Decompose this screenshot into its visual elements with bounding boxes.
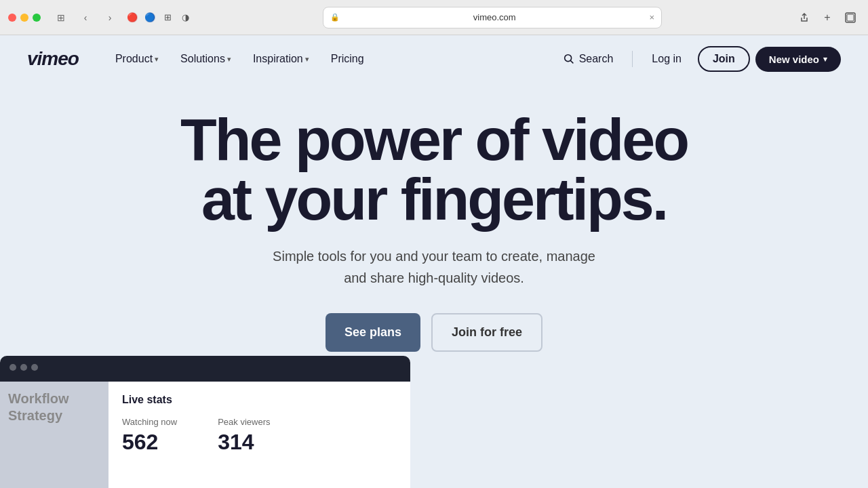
search-label: Search	[579, 53, 614, 65]
nav-product[interactable]: Product ▾	[106, 47, 168, 70]
watching-now-stat: Watching now 562	[122, 417, 177, 455]
nav-inspiration-label: Inspiration	[253, 53, 303, 65]
nav-product-label: Product	[115, 53, 153, 65]
see-plans-button[interactable]: See plans	[326, 313, 420, 352]
product-chevron-icon: ▾	[155, 55, 159, 64]
watching-now-label: Watching now	[122, 417, 177, 427]
login-label: Log in	[652, 53, 682, 64]
nav-right: Search Log in Join New video ▾	[552, 46, 841, 72]
fullscreen-traffic-light[interactable]	[33, 14, 41, 22]
join-button[interactable]: Join	[698, 46, 750, 72]
browser-chrome: ⊞ ‹ › 🔴 🔵 ⊞ ◑ 🔒 vimeo.com × +	[0, 0, 868, 35]
dashboard-sidebar-thumbnail: Workflow Strategy	[0, 382, 110, 488]
browser-extension-icons: 🔴 🔵 ⊞ ◑	[125, 10, 193, 25]
nav-links: Product ▾ Solutions ▾ Inspiration ▾ Pric…	[106, 47, 552, 70]
new-tab-icon[interactable]: +	[818, 8, 837, 27]
nav-solutions[interactable]: Solutions ▾	[171, 47, 241, 70]
hero-section: The power of video at your fingertips. S…	[0, 83, 868, 372]
search-icon	[563, 53, 575, 65]
dashboard-titlebar	[0, 356, 410, 382]
close-traffic-light[interactable]	[8, 14, 16, 22]
peak-viewers-label: Peak viewers	[218, 417, 270, 427]
inspiration-chevron-icon: ▾	[305, 55, 309, 64]
nav-pricing-label: Pricing	[331, 53, 364, 65]
dashboard-preview: Workflow Strategy Live stats Watching no…	[0, 356, 410, 488]
nav-inspiration[interactable]: Inspiration ▾	[243, 47, 319, 70]
join-free-button[interactable]: Join for free	[431, 313, 542, 352]
page: vimeo Product ▾ Solutions ▾ Inspiration …	[0, 35, 868, 488]
thumbnail-text-1: Workflow	[0, 382, 110, 407]
nav-pricing[interactable]: Pricing	[321, 47, 374, 70]
logo[interactable]: vimeo	[27, 48, 79, 70]
traffic-lights	[8, 14, 41, 22]
new-video-button[interactable]: New video ▾	[755, 47, 841, 72]
nav-divider	[632, 51, 633, 67]
extension-icon-4[interactable]: ◑	[178, 10, 193, 25]
titlebar-dot-3	[31, 364, 38, 371]
share-icon[interactable]	[795, 8, 814, 27]
search-button[interactable]: Search	[552, 47, 625, 70]
extension-icon-3[interactable]: ⊞	[160, 10, 175, 25]
hero-title-line2: at your fingertips.	[201, 165, 667, 232]
hero-title-line1: The power of video	[180, 106, 688, 173]
stats-row: Watching now 562 Peak viewers 314	[122, 417, 397, 455]
live-stats-title: Live stats	[122, 394, 397, 406]
titlebar-dot-2	[20, 364, 27, 371]
join-free-label: Join for free	[452, 325, 522, 339]
nav-solutions-label: Solutions	[180, 53, 225, 65]
dashboard-stats-panel: Live stats Watching now 562 Peak viewers…	[108, 382, 410, 488]
titlebar-dots	[0, 356, 410, 379]
url-text: vimeo.com	[344, 12, 645, 22]
peak-viewers-value: 314	[218, 430, 270, 455]
hero-subtitle: Simple tools for you and your team to cr…	[27, 245, 841, 289]
tabs-icon[interactable]	[841, 8, 860, 27]
browser-actions: +	[795, 8, 860, 27]
logo-text: vimeo	[27, 48, 79, 69]
login-button[interactable]: Log in	[641, 47, 692, 70]
svg-point-2	[564, 55, 571, 62]
minimize-traffic-light[interactable]	[20, 14, 28, 22]
peak-viewers-stat: Peak viewers 314	[218, 417, 270, 455]
svg-rect-1	[847, 14, 854, 21]
extension-icon-1[interactable]: 🔴	[125, 10, 140, 25]
thumbnail-text-2: Strategy	[0, 407, 110, 425]
close-tab-icon[interactable]: ×	[649, 12, 654, 22]
navbar: vimeo Product ▾ Solutions ▾ Inspiration …	[0, 35, 868, 83]
lock-icon: 🔒	[330, 13, 340, 22]
new-video-chevron-icon: ▾	[823, 55, 827, 64]
titlebar-dot-1	[9, 364, 16, 371]
hero-subtitle-line1: Simple tools for you and your team to cr…	[273, 249, 595, 264]
join-label: Join	[713, 53, 735, 64]
hero-buttons: See plans Join for free	[27, 313, 841, 352]
solutions-chevron-icon: ▾	[227, 55, 231, 64]
extension-icon-2[interactable]: 🔵	[142, 10, 157, 25]
hero-subtitle-line2: and share high-quality videos.	[344, 270, 524, 285]
back-button[interactable]: ‹	[76, 8, 95, 27]
watching-now-value: 562	[122, 430, 177, 455]
new-video-label: New video	[769, 54, 819, 65]
see-plans-label: See plans	[344, 325, 401, 339]
address-bar[interactable]: 🔒 vimeo.com ×	[323, 7, 662, 28]
hero-title: The power of video at your fingertips.	[27, 110, 841, 229]
sidebar-toggle-button[interactable]: ⊞	[52, 8, 71, 27]
forward-button[interactable]: ›	[100, 8, 119, 27]
